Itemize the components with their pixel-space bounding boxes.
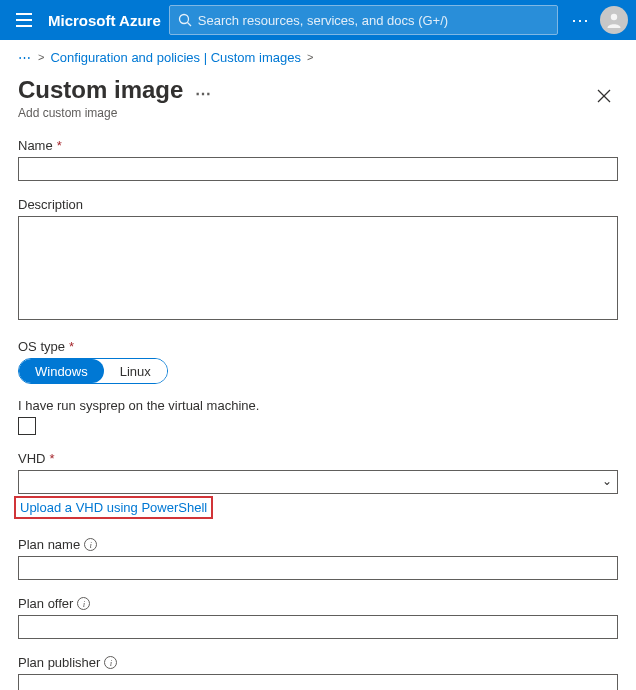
os-windows-option[interactable]: Windows <box>19 359 104 383</box>
description-label: Description <box>18 197 83 212</box>
brand-label[interactable]: Microsoft Azure <box>48 12 161 29</box>
plan-name-input[interactable] <box>18 556 618 580</box>
page-subtitle: Add custom image <box>18 106 590 120</box>
person-icon <box>605 11 623 29</box>
close-button[interactable] <box>590 82 618 110</box>
required-icon: * <box>49 451 54 466</box>
os-type-toggle: Windows Linux <box>18 358 168 384</box>
page-title: Custom image <box>18 76 183 104</box>
hamburger-menu[interactable] <box>8 4 40 36</box>
field-vhd: VHD * ⌄ Upload a VHD using PowerShell <box>18 451 618 519</box>
title-row: Custom image ⋯ Add custom image <box>0 74 636 120</box>
upload-vhd-link[interactable]: Upload a VHD using PowerShell <box>20 500 207 515</box>
chevron-right-icon: > <box>38 51 44 63</box>
plan-offer-input[interactable] <box>18 615 618 639</box>
field-os-type: OS type * Windows Linux I have run syspr… <box>18 339 618 435</box>
field-plan-name: Plan name i <box>18 537 618 580</box>
title-more-button[interactable]: ⋯ <box>195 84 212 103</box>
breadcrumb: ⋯ > Configuration and policies | Custom … <box>0 40 636 74</box>
user-avatar[interactable] <box>600 6 628 34</box>
svg-point-3 <box>179 15 188 24</box>
svg-line-4 <box>187 23 191 27</box>
plan-publisher-input[interactable] <box>18 674 618 690</box>
name-label: Name <box>18 138 53 153</box>
hamburger-icon <box>16 13 32 27</box>
field-name: Name * <box>18 138 618 181</box>
info-icon[interactable]: i <box>104 656 117 669</box>
info-icon[interactable]: i <box>84 538 97 551</box>
header-actions: ⋯ <box>566 6 628 34</box>
global-search[interactable] <box>169 5 558 35</box>
breadcrumb-link[interactable]: Configuration and policies | Custom imag… <box>50 50 301 65</box>
plan-name-label: Plan name <box>18 537 80 552</box>
sysprep-checkbox[interactable] <box>18 417 36 435</box>
sysprep-label: I have run sysprep on the virtual machin… <box>18 398 618 413</box>
plan-publisher-label: Plan publisher <box>18 655 100 670</box>
plan-offer-label: Plan offer <box>18 596 73 611</box>
vhd-label: VHD <box>18 451 45 466</box>
breadcrumb-more[interactable]: ⋯ <box>18 50 32 65</box>
search-input[interactable] <box>198 13 549 28</box>
svg-rect-2 <box>16 25 32 27</box>
ostype-label: OS type <box>18 339 65 354</box>
field-plan-publisher: Plan publisher i <box>18 655 618 690</box>
required-icon: * <box>69 339 74 354</box>
info-icon[interactable]: i <box>77 597 90 610</box>
svg-rect-1 <box>16 19 32 21</box>
close-icon <box>597 89 611 103</box>
chevron-right-icon: > <box>307 51 313 63</box>
field-description: Description <box>18 197 618 323</box>
vhd-select[interactable] <box>18 470 618 494</box>
field-plan-offer: Plan offer i <box>18 596 618 639</box>
custom-image-form: Name * Description OS type * Windows Lin… <box>0 120 636 690</box>
name-input[interactable] <box>18 157 618 181</box>
vhd-link-highlight: Upload a VHD using PowerShell <box>14 496 213 519</box>
os-linux-option[interactable]: Linux <box>104 359 167 383</box>
required-icon: * <box>57 138 62 153</box>
svg-point-5 <box>611 14 617 20</box>
svg-rect-0 <box>16 13 32 15</box>
description-input[interactable] <box>18 216 618 320</box>
search-icon <box>178 13 192 27</box>
azure-header: Microsoft Azure ⋯ <box>0 0 636 40</box>
header-more-button[interactable]: ⋯ <box>566 9 594 31</box>
